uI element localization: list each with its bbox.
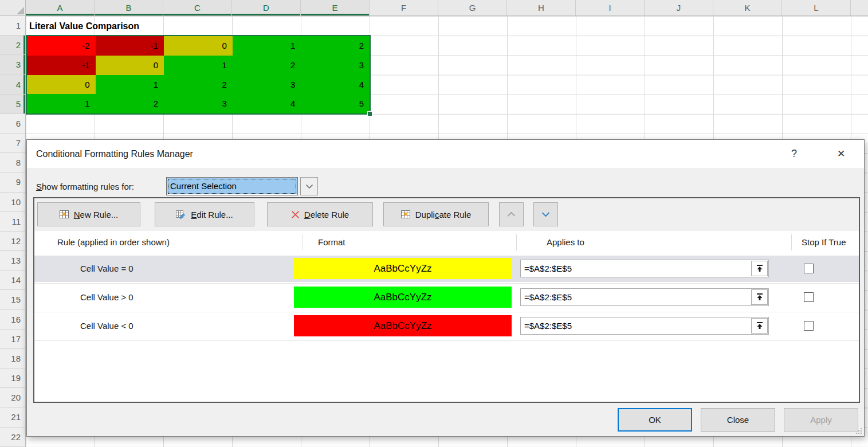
cell-A1[interactable]: Literal Value Comparison: [29, 16, 139, 36]
cell-D5[interactable]: 4: [233, 94, 301, 113]
move-rule-down-button[interactable]: [533, 202, 558, 226]
row-divider: [34, 283, 859, 284]
cell-E4[interactable]: 4: [301, 75, 370, 95]
close-icon[interactable]: ✕: [834, 140, 848, 168]
new-rule-label: New Rule...: [74, 210, 119, 219]
rule-row[interactable]: Cell Value = 0AaBbCcYyZz: [34, 256, 859, 282]
cell-C5[interactable]: 3: [164, 94, 233, 113]
cell-C2[interactable]: 0: [164, 36, 233, 56]
applies-to-field: [520, 288, 769, 306]
edit-rule-button[interactable]: Edit Rule...: [155, 202, 254, 226]
edit-rule-label: Edit Rule...: [191, 210, 233, 219]
selected-range: -2-1012-101230123412345: [26, 35, 371, 115]
resize-grip[interactable]: [855, 428, 862, 434]
column-headers: ABCDEFGHIJKL: [26, 0, 868, 16]
stop-if-true-column-header: Stop If True: [802, 231, 846, 254]
cell-D4[interactable]: 3: [233, 75, 301, 95]
row-header-19[interactable]: 19: [0, 368, 25, 388]
column-header-A[interactable]: A: [26, 0, 95, 15]
column-header-G[interactable]: G: [438, 0, 507, 15]
conditional-formatting-rules-manager-dialog: Conditional Formatting Rules Manager ? ✕…: [26, 139, 865, 437]
scope-dropdown-open-button[interactable]: [300, 177, 318, 195]
cell-A2[interactable]: -2: [27, 36, 96, 56]
column-header-E[interactable]: E: [301, 0, 370, 15]
row-divider: [34, 312, 859, 312]
row-header-3[interactable]: 3: [0, 55, 25, 74]
row-header-10[interactable]: 10: [0, 193, 25, 212]
collapse-dialog-button[interactable]: [751, 318, 768, 334]
column-header-K[interactable]: K: [713, 0, 782, 15]
cell-A5[interactable]: 1: [27, 94, 96, 113]
row-header-15[interactable]: 15: [0, 290, 25, 309]
rule-description: Cell Value > 0: [80, 284, 133, 311]
applies-to-input[interactable]: [521, 260, 753, 277]
column-header-D[interactable]: D: [232, 0, 301, 15]
row-header-22[interactable]: 22: [0, 428, 25, 447]
select-all-corner[interactable]: [0, 0, 26, 16]
scope-dropdown[interactable]: Current Selection: [166, 177, 298, 195]
column-header-L[interactable]: L: [782, 0, 851, 15]
row-header-18[interactable]: 18: [0, 349, 25, 368]
collapse-dialog-button[interactable]: [751, 261, 768, 276]
help-icon[interactable]: ?: [788, 140, 800, 168]
delete-rule-button[interactable]: Delete Rule: [267, 202, 373, 226]
row-header-2[interactable]: 2: [0, 36, 25, 55]
row-header-9[interactable]: 9: [0, 172, 25, 192]
column-header-B[interactable]: B: [95, 0, 163, 15]
cell-B5[interactable]: 2: [96, 94, 164, 113]
cell-E2[interactable]: 2: [301, 36, 370, 56]
cell-D3[interactable]: 2: [233, 56, 301, 75]
stop-if-true-checkbox[interactable]: [804, 292, 814, 302]
cell-B2[interactable]: -1: [96, 36, 164, 56]
cell-C3[interactable]: 1: [164, 56, 233, 75]
cell-A4[interactable]: 0: [27, 75, 96, 95]
applies-to-field: [520, 260, 769, 277]
row-header-4[interactable]: 4: [0, 75, 25, 95]
column-header-J[interactable]: J: [645, 0, 713, 15]
rule-row[interactable]: Cell Value > 0AaBbCcYyZz: [34, 284, 859, 311]
stop-if-true-checkbox[interactable]: [804, 264, 814, 273]
row-header-1[interactable]: 1: [0, 16, 25, 36]
close-button[interactable]: Close: [701, 408, 775, 432]
cell-B4[interactable]: 1: [96, 75, 164, 95]
column-header-C[interactable]: C: [163, 0, 232, 15]
collapse-dialog-button[interactable]: [751, 289, 768, 305]
row-header-8[interactable]: 8: [0, 153, 25, 172]
column-header-H[interactable]: H: [507, 0, 576, 15]
applies-to-input[interactable]: [521, 317, 753, 334]
row-header-6[interactable]: 6: [0, 114, 25, 134]
row-header-21[interactable]: 21: [0, 407, 25, 427]
cell-C4[interactable]: 2: [164, 75, 233, 95]
stop-if-true-checkbox[interactable]: [804, 321, 814, 331]
format-preview: AaBbCcYyZz: [294, 258, 512, 279]
rules-toolbar: New Rule...Edit Rule...Delete RuleDuplic…: [34, 198, 859, 232]
row-header-20[interactable]: 20: [0, 388, 25, 407]
cell-D2[interactable]: 1: [233, 36, 301, 56]
column-header-I[interactable]: I: [576, 0, 645, 15]
row-header-5[interactable]: 5: [0, 95, 25, 114]
fill-handle[interactable]: [367, 111, 372, 116]
rule-row[interactable]: Cell Value < 0AaBbCcYyZz: [34, 313, 859, 339]
ok-button[interactable]: OK: [618, 408, 692, 432]
new-rule-button[interactable]: New Rule...: [37, 202, 140, 226]
row-header-17[interactable]: 17: [0, 330, 25, 349]
red-x-icon: [291, 210, 300, 219]
cell-A3[interactable]: -1: [27, 56, 96, 75]
column-header-F[interactable]: F: [370, 0, 438, 15]
row-header-16[interactable]: 16: [0, 310, 25, 330]
row-header-13[interactable]: 13: [0, 251, 25, 270]
cell-B3[interactable]: 0: [96, 56, 164, 75]
cell-E5[interactable]: 5: [301, 94, 370, 113]
collapse-dialog-icon: [755, 264, 764, 273]
applies-to-input[interactable]: [521, 289, 753, 305]
row-header-12[interactable]: 12: [0, 232, 25, 251]
cell-E3[interactable]: 3: [301, 56, 370, 75]
move-rule-up-button[interactable]: [499, 202, 524, 226]
excel-window: ABCDEFGHIJKL 123456789101112131415161718…: [0, 0, 868, 447]
row-header-7[interactable]: 7: [0, 134, 25, 153]
duplicate-rule-button[interactable]: Duplicate Rule: [383, 202, 489, 226]
format-column-header: Format: [318, 231, 345, 254]
row-header-11[interactable]: 11: [0, 212, 25, 232]
row-header-14[interactable]: 14: [0, 270, 25, 290]
table-grid-icon: [401, 210, 411, 219]
